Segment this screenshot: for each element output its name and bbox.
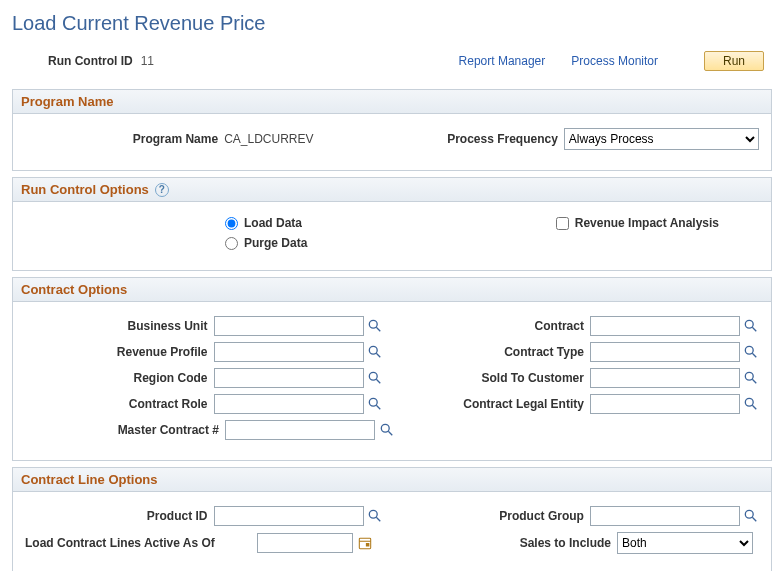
product-group-input[interactable]	[590, 506, 740, 526]
sold-to-customer-label: Sold To Customer	[439, 371, 590, 385]
lookup-icon[interactable]	[744, 508, 759, 524]
contract-type-label: Contract Type	[439, 345, 590, 359]
svg-line-11	[753, 379, 757, 383]
revenue-impact-checkbox[interactable]	[556, 217, 569, 230]
sold-to-customer-input[interactable]	[590, 368, 740, 388]
contract-line-options-section: Contract Line Options Product ID Product…	[12, 467, 772, 571]
lookup-icon[interactable]	[368, 318, 383, 334]
revenue-profile-input[interactable]	[214, 342, 364, 362]
program-name-header: Program Name	[13, 90, 771, 114]
contract-type-input[interactable]	[590, 342, 740, 362]
program-name-title: Program Name	[21, 94, 113, 109]
run-control-id-label: Run Control ID	[48, 54, 133, 68]
active-as-of-label: Load Contract Lines Active As Of	[25, 536, 257, 550]
business-unit-input[interactable]	[214, 316, 364, 336]
run-control-options-header: Run Control Options ?	[13, 178, 771, 202]
master-contract-input[interactable]	[225, 420, 375, 440]
svg-line-13	[376, 405, 380, 409]
svg-point-2	[746, 320, 754, 328]
contract-line-options-header: Contract Line Options	[13, 468, 771, 492]
lookup-icon[interactable]	[744, 370, 759, 386]
sales-to-include-label: Sales to Include	[520, 536, 617, 550]
active-as-of-input[interactable]	[257, 533, 353, 553]
svg-point-14	[746, 398, 754, 406]
revenue-impact-text: Revenue Impact Analysis	[575, 216, 719, 230]
master-contract-label: Master Contract #	[25, 423, 225, 437]
region-code-input[interactable]	[214, 368, 364, 388]
product-id-input[interactable]	[214, 506, 364, 526]
contract-line-options-title: Contract Line Options	[21, 472, 158, 487]
lookup-icon[interactable]	[744, 318, 759, 334]
program-name-label: Program Name	[25, 132, 224, 146]
svg-line-17	[388, 431, 392, 435]
lookup-icon[interactable]	[368, 508, 383, 524]
load-data-radio[interactable]	[225, 217, 238, 230]
contract-role-label: Contract Role	[25, 397, 214, 411]
process-monitor-link[interactable]: Process Monitor	[571, 54, 658, 68]
purge-data-radio-label[interactable]: Purge Data	[225, 236, 307, 250]
run-control-options-title: Run Control Options	[21, 182, 149, 197]
lookup-icon[interactable]	[368, 370, 383, 386]
svg-line-19	[376, 517, 380, 521]
contract-input[interactable]	[590, 316, 740, 336]
svg-point-20	[746, 510, 754, 518]
svg-point-4	[369, 346, 377, 354]
contract-options-header: Contract Options	[13, 278, 771, 302]
svg-line-21	[753, 517, 757, 521]
product-id-label: Product ID	[25, 509, 214, 523]
product-group-label: Product Group	[430, 509, 590, 523]
svg-point-10	[746, 372, 754, 380]
lookup-icon[interactable]	[744, 344, 759, 360]
business-unit-label: Business Unit	[25, 319, 214, 333]
contract-legal-entity-label: Contract Legal Entity	[439, 397, 590, 411]
svg-line-5	[376, 353, 380, 357]
lookup-icon[interactable]	[744, 396, 759, 412]
contract-role-input[interactable]	[214, 394, 364, 414]
region-code-label: Region Code	[25, 371, 214, 385]
svg-point-6	[746, 346, 754, 354]
run-control-options-section: Run Control Options ? Load Data Revenue …	[12, 177, 772, 271]
svg-point-12	[369, 398, 377, 406]
lookup-icon[interactable]	[368, 344, 383, 360]
run-control-id-value: 11	[141, 54, 154, 68]
program-name-section: Program Name Program Name CA_LDCURREV Pr…	[12, 89, 772, 171]
svg-line-7	[753, 353, 757, 357]
calendar-icon[interactable]	[357, 535, 373, 551]
svg-rect-24	[366, 543, 370, 547]
report-manager-link[interactable]: Report Manager	[459, 54, 546, 68]
svg-point-8	[369, 372, 377, 380]
svg-point-0	[369, 320, 377, 328]
program-name-value: CA_LDCURREV	[224, 132, 373, 146]
contract-legal-entity-input[interactable]	[590, 394, 740, 414]
lookup-icon[interactable]	[368, 396, 383, 412]
svg-point-16	[381, 424, 389, 432]
svg-line-3	[753, 327, 757, 331]
load-data-text: Load Data	[244, 216, 302, 230]
revenue-impact-checkbox-label[interactable]: Revenue Impact Analysis	[556, 216, 719, 230]
load-data-radio-label[interactable]: Load Data	[225, 216, 302, 230]
purge-data-radio[interactable]	[225, 237, 238, 250]
page-title: Load Current Revenue Price	[12, 12, 772, 35]
svg-point-18	[369, 510, 377, 518]
svg-line-15	[753, 405, 757, 409]
top-controls: Run Control ID 11 Report Manager Process…	[12, 51, 772, 71]
contract-options-title: Contract Options	[21, 282, 127, 297]
run-button[interactable]: Run	[704, 51, 764, 71]
sales-to-include-select[interactable]: Both	[617, 532, 753, 554]
process-frequency-label: Process Frequency	[447, 132, 564, 146]
purge-data-text: Purge Data	[244, 236, 307, 250]
revenue-profile-label: Revenue Profile	[25, 345, 214, 359]
svg-line-9	[376, 379, 380, 383]
lookup-icon[interactable]	[379, 422, 395, 438]
svg-line-1	[376, 327, 380, 331]
process-frequency-select[interactable]: Always Process	[564, 128, 759, 150]
contract-options-section: Contract Options Business Unit Contract …	[12, 277, 772, 461]
help-icon[interactable]: ?	[155, 183, 169, 197]
contract-label: Contract	[439, 319, 590, 333]
